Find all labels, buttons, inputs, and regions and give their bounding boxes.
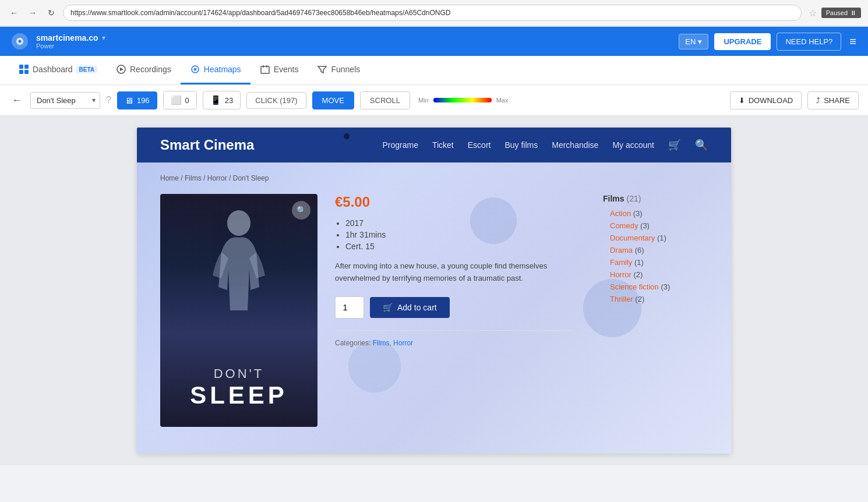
tab-heatmaps[interactable]: Heatmaps (181, 56, 250, 84)
dropdown-arrow-icon[interactable]: ▾ (102, 34, 105, 42)
svg-rect-0 (19, 65, 23, 69)
zoom-icon[interactable]: 🔍 (292, 201, 310, 220)
categories-label: Categories: (335, 339, 371, 347)
download-icon: ⬇ (739, 96, 745, 105)
sidebar-comedy-link[interactable]: Comedy (610, 221, 638, 230)
add-to-cart-button[interactable]: 🛒 Add to cart (370, 297, 450, 318)
sidebar-item-documentary[interactable]: Documentary (1) (603, 234, 708, 242)
sidebar-item-action[interactable]: Action (3) (603, 209, 708, 218)
gradient-min-label: Min (418, 97, 429, 104)
sidebar-drama-count: (6) (635, 246, 644, 254)
back-button[interactable]: ← (9, 92, 24, 109)
gradient-max-label: Max (496, 97, 509, 104)
cinema-sidebar: Films (21) Action (3) Comedy (3) Documen… (591, 194, 708, 427)
breadcrumb: Home / Films / Horror / Don't Sleep (160, 174, 708, 182)
breadcrumb-films[interactable]: Films (185, 174, 202, 182)
category-films[interactable]: Films (373, 339, 390, 347)
tab-events[interactable]: Events (250, 56, 308, 84)
funnels-icon (317, 64, 327, 75)
header-right: EN ▾ UPGRADE NEED HELP? ≡ (679, 33, 859, 51)
breadcrumb-home[interactable]: Home (160, 174, 179, 182)
help-icon[interactable]: ? (106, 95, 111, 105)
svg-rect-2 (19, 70, 23, 74)
preview-wrapper: Smart Cinema Programe Ticket Escort Buy … (137, 128, 731, 454)
need-help-button[interactable]: NEED HELP? (777, 33, 841, 51)
cinema-logo-normal: Smart (160, 137, 204, 153)
cinema-nav-buy-films[interactable]: Buy films (504, 140, 538, 150)
cinema-nav-escort[interactable]: Escort (468, 140, 491, 150)
page-selector[interactable]: Don't Sleep (30, 92, 100, 109)
product-image-column: DON'T SLEEP 🔍 (160, 194, 317, 427)
desktop-count: 196 (137, 96, 150, 105)
upgrade-button[interactable]: UPGRADE (714, 33, 771, 50)
sidebar-horror-count: (2) (633, 270, 643, 279)
category-horror[interactable]: Horror (393, 339, 413, 347)
dont-text: DON'T (190, 366, 288, 381)
cinema-nav-programe[interactable]: Programe (382, 140, 418, 150)
sidebar-action-link[interactable]: Action (610, 209, 631, 218)
lang-dropdown-icon: ▾ (698, 37, 702, 46)
bookmark-icon[interactable]: ☆ (809, 8, 817, 19)
sidebar-item-comedy[interactable]: Comedy (3) (603, 221, 708, 230)
search-icon[interactable]: 🔍 (695, 139, 708, 151)
scroll-mode-button[interactable]: SCROLL (360, 91, 410, 109)
sidebar-drama-link[interactable]: Drama (610, 246, 633, 254)
download-button[interactable]: ⬇ DOWNLOAD (730, 91, 802, 109)
back-browser-button[interactable]: ← (7, 6, 21, 20)
tab-recordings[interactable]: Recordings (107, 56, 181, 84)
sidebar-scifi-count: (3) (661, 282, 670, 291)
sidebar-family-link[interactable]: Family (610, 258, 632, 267)
svg-marker-5 (120, 68, 124, 71)
desktop-stat-button[interactable]: 🖥 196 (117, 91, 157, 109)
heatmap-toolbar: ← Don't Sleep ? 🖥 196 ⬜ 0 📱 23 CLICK (19… (0, 85, 868, 116)
product-categories: Categories: Films, Horror (335, 330, 574, 347)
sidebar-item-scifi[interactable]: Science fiction (3) (603, 282, 708, 291)
app-name-container: smartcinema.co ▾ Power (36, 33, 105, 50)
svg-point-8 (194, 69, 196, 70)
reload-browser-button[interactable]: ↻ (44, 6, 58, 20)
cinema-nav-merchandise[interactable]: Merchandise (552, 140, 598, 150)
sidebar-item-thriller[interactable]: Thriller (2) (603, 295, 708, 303)
click-mode-button[interactable]: CLICK (197) (246, 92, 306, 109)
sidebar-item-family[interactable]: Family (1) (603, 258, 708, 267)
share-label: SHARE (824, 96, 850, 105)
cinema-site-header: Smart Cinema Programe Ticket Escort Buy … (137, 128, 731, 162)
breadcrumb-current: Don't Sleep (233, 174, 269, 182)
sidebar-scifi-link[interactable]: Science fiction (610, 282, 659, 291)
tab-heatmaps-label: Heatmaps (204, 65, 241, 74)
breadcrumb-horror[interactable]: Horror (207, 174, 227, 182)
cinema-site-content: Home / Films / Horror / Don't Sleep (137, 162, 731, 454)
sidebar-horror-link[interactable]: Horror (610, 270, 631, 279)
tab-recordings-label: Recordings (130, 65, 171, 74)
product-image: DON'T SLEEP 🔍 (160, 194, 317, 427)
tab-funnels[interactable]: Funnels (308, 56, 369, 84)
cart-button-icon: 🛒 (383, 303, 393, 312)
recording-icon: ⏸ (850, 9, 856, 16)
tablet-stat-button[interactable]: ⬜ 0 (163, 91, 197, 109)
tab-events-label: Events (274, 65, 299, 74)
move-mode-button[interactable]: MOVE (312, 91, 354, 109)
share-button[interactable]: ⤴ SHARE (807, 91, 859, 109)
sidebar-documentary-link[interactable]: Documentary (610, 234, 655, 242)
cinema-nav-my-account[interactable]: My account (612, 140, 654, 150)
svg-rect-3 (24, 70, 29, 74)
quantity-input[interactable] (335, 296, 364, 319)
tab-dashboard[interactable]: Dashboard BETA (9, 56, 107, 84)
cinema-nav-ticket[interactable]: Ticket (432, 140, 454, 150)
sidebar-documentary-count: (1) (657, 234, 666, 242)
sidebar-item-horror[interactable]: Horror (2) (603, 270, 708, 279)
language-selector[interactable]: EN ▾ (679, 34, 708, 50)
url-bar[interactable] (63, 5, 802, 21)
app-logo: smartcinema.co ▾ Power (9, 31, 105, 52)
forward-browser-button[interactable]: → (26, 6, 40, 20)
beta-badge: BETA (76, 66, 97, 73)
download-label: DOWNLOAD (749, 96, 793, 105)
mobile-stat-button[interactable]: 📱 23 (203, 91, 241, 109)
gradient-bar-container: Min Max (418, 97, 509, 104)
sidebar-comedy-count: (3) (640, 221, 650, 230)
sidebar-thriller-link[interactable]: Thriller (610, 295, 633, 303)
sidebar-item-drama[interactable]: Drama (6) (603, 246, 708, 254)
hamburger-menu-button[interactable]: ≡ (847, 33, 859, 51)
cart-icon[interactable]: 🛒 (668, 139, 681, 151)
sidebar-family-count: (1) (634, 258, 644, 267)
